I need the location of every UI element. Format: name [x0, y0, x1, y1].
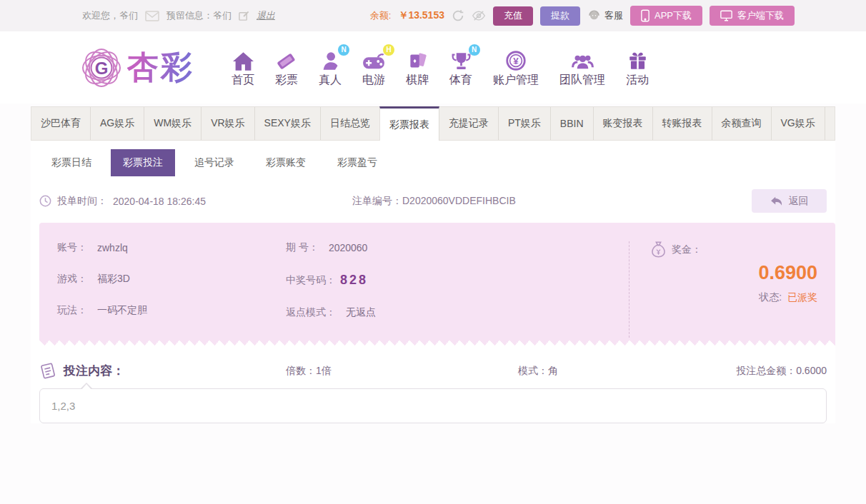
- order-time-value: 2020-04-18 18:26:45: [113, 196, 206, 207]
- prize-label: 奖金：: [672, 243, 702, 256]
- app-download-label: APP下载: [655, 9, 692, 22]
- team-icon: [572, 48, 594, 71]
- subtab-profit-loss[interactable]: 彩票盈亏: [325, 149, 389, 176]
- issue-value: 2020060: [329, 242, 368, 253]
- panel-col-prize: 奖金： 0.6900 状态: 已派奖: [629, 241, 835, 338]
- rebate-value: 无返点: [346, 306, 376, 319]
- issue-row: 期 号： 2020060: [286, 241, 629, 254]
- subtab-chase[interactable]: 追号记录: [182, 149, 247, 176]
- tab-deposit-withdraw[interactable]: 充提记录: [439, 107, 499, 140]
- money-bag-icon: [651, 241, 666, 258]
- tab-shaba-sports[interactable]: 沙巴体育: [31, 107, 91, 140]
- brand-name: 杏彩: [127, 46, 194, 89]
- tab-balance-query[interactable]: 余额查询: [712, 107, 772, 140]
- svg-text:G: G: [95, 59, 109, 78]
- tab-wm[interactable]: WM娱乐: [144, 107, 201, 140]
- tab-sexy[interactable]: SEXY娱乐: [255, 107, 321, 140]
- refresh-icon[interactable]: [452, 9, 464, 22]
- nav-label: 彩票: [275, 73, 298, 88]
- balance-label: 余额:: [370, 9, 392, 22]
- bet-total-amount: 投注总金额：0.6000: [736, 365, 827, 378]
- nav-item-lottery[interactable]: 彩票: [275, 48, 298, 88]
- eye-off-icon[interactable]: [472, 10, 486, 21]
- welcome-text: 欢迎您，爷们: [82, 9, 138, 22]
- order-time: 投单时间：2020-04-18 18:26:45: [39, 195, 206, 208]
- prize-header: 奖金：: [651, 241, 817, 258]
- subtab-bets[interactable]: 彩票投注: [111, 149, 175, 176]
- app-download-button[interactable]: APP下载: [630, 6, 702, 26]
- order-number-label: 注单编号：: [352, 195, 402, 206]
- logout-link[interactable]: 退出: [257, 9, 275, 22]
- nav-item-egame[interactable]: H 电游: [362, 48, 385, 88]
- tab-lottery-report[interactable]: 彩票报表: [379, 106, 439, 141]
- recharge-button[interactable]: 充值: [493, 6, 533, 26]
- nav-item-team[interactable]: 团队管理: [559, 48, 605, 88]
- bet-numbers-box: 1,2,3: [39, 388, 827, 423]
- coin-yuan-icon: ¥: [506, 48, 526, 71]
- customer-service[interactable]: 客服: [587, 9, 623, 23]
- reserved-info-text: 预留信息：爷们: [166, 9, 232, 22]
- header: G 杏彩 首页 彩票 N 真人 H: [0, 31, 866, 104]
- account-value: zwhzlq: [97, 242, 128, 253]
- play-value: 一码不定胆: [97, 304, 147, 317]
- play-label: 玩法：: [57, 304, 87, 317]
- cards-icon: [408, 48, 427, 71]
- play-row: 玩法： 一码不定胆: [57, 304, 286, 317]
- withdraw-button[interactable]: 提款: [540, 6, 580, 26]
- service-label: 客服: [604, 9, 623, 22]
- person-icon: N: [320, 48, 340, 71]
- nav-label: 体育: [449, 73, 472, 88]
- site-logo[interactable]: G 杏彩: [80, 46, 194, 89]
- main-container: 沙巴体育 AG娱乐 WM娱乐 VR娱乐 SEXY娱乐 日结总览 彩票报表 充提记…: [31, 106, 835, 423]
- tab-transfer-report[interactable]: 转账报表: [653, 107, 712, 140]
- tab-account-change[interactable]: 账变报表: [594, 107, 653, 140]
- tab-daily-summary[interactable]: 日结总览: [321, 107, 380, 140]
- client-download-label: 客户端下载: [737, 9, 784, 22]
- tab-content: 彩票日结 彩票投注 追号记录 彩票账变 彩票盈亏 投单时间：2020-04-18…: [31, 141, 835, 423]
- game-value: 福彩3D: [97, 273, 130, 286]
- nav-label: 电游: [362, 73, 385, 88]
- badge-h: H: [383, 44, 394, 56]
- badge-n: N: [338, 44, 349, 56]
- bet-detail-panel: 账号： zwhzlq 游戏： 福彩3D 玩法： 一码不定胆 期 号： 20200…: [39, 223, 835, 340]
- nav-item-sports[interactable]: N 体育: [449, 48, 472, 88]
- nav-item-cards[interactable]: 棋牌: [406, 48, 429, 88]
- phone-icon: [641, 9, 650, 22]
- subtab-daily[interactable]: 彩票日结: [39, 149, 104, 176]
- status-line: 状态: 已派奖: [651, 291, 817, 304]
- tab-bbin[interactable]: BBIN: [551, 107, 594, 140]
- nav-label: 活动: [626, 73, 649, 88]
- win-number-value: 828: [340, 273, 368, 288]
- bet-multiple: 倍数：1倍: [286, 365, 518, 378]
- back-button[interactable]: 返回: [752, 189, 827, 213]
- rebate-label: 返点模式：: [286, 306, 336, 319]
- order-info-row: 投单时间：2020-04-18 18:26:45 注单编号：D2020060VD…: [39, 189, 827, 213]
- tab-pt[interactable]: PT娱乐: [499, 107, 551, 140]
- badge-n: N: [469, 44, 480, 56]
- nav-item-home[interactable]: 首页: [232, 48, 254, 88]
- back-arrow-icon: [770, 196, 783, 206]
- edit-icon[interactable]: [239, 11, 249, 21]
- topbar: 欢迎您，爷们 预留信息：爷们 退出 余额: ￥13.5153 充值 提款 客服: [0, 0, 866, 31]
- nav-item-account[interactable]: ¥ 账户管理: [493, 48, 539, 88]
- panel-col-left: 账号： zwhzlq 游戏： 福彩3D 玩法： 一码不定胆: [57, 241, 286, 338]
- tab-ag[interactable]: AG娱乐: [91, 107, 144, 140]
- win-number-row: 中奖号码： 828: [286, 273, 629, 288]
- nav-label: 账户管理: [493, 73, 539, 88]
- nav-label: 棋牌: [406, 73, 429, 88]
- mail-icon[interactable]: [145, 11, 159, 21]
- bet-numbers: 1,2,3: [51, 400, 75, 412]
- tab-vr[interactable]: VR娱乐: [201, 107, 254, 140]
- nav-item-live[interactable]: N 真人: [319, 48, 342, 88]
- tab-vg[interactable]: VG娱乐: [772, 107, 825, 140]
- gamepad-icon: H: [362, 48, 385, 71]
- order-number-value: D2020060VDDEFIHBCIB: [402, 195, 516, 206]
- game-label: 游戏：: [57, 273, 87, 286]
- subtab-account-change[interactable]: 彩票账变: [254, 149, 318, 176]
- nav-item-activity[interactable]: 活动: [626, 48, 649, 88]
- account-row: 账号： zwhzlq: [57, 241, 286, 254]
- client-download-button[interactable]: 客户端下载: [710, 6, 795, 26]
- trophy-icon: N: [452, 48, 471, 71]
- nav-label: 首页: [232, 73, 254, 88]
- gift-icon: [628, 48, 647, 71]
